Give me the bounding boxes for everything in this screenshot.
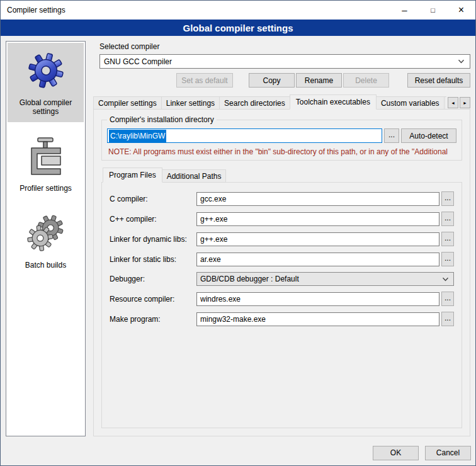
close-icon: × <box>458 6 464 14</box>
close-button[interactable]: × <box>447 1 475 20</box>
selected-compiler-value: GNU GCC Compiler <box>104 57 454 66</box>
titlebar[interactable]: Compiler settings – □ × <box>1 1 475 20</box>
debugger-label: Debugger: <box>110 275 196 283</box>
minimize-icon: – <box>402 7 407 13</box>
install-dir-group: Compiler's installation directory C:\ray… <box>101 120 462 161</box>
install-dir-group-label: Compiler's installation directory <box>107 115 217 124</box>
dynamic-linker-row: Linker for dynamic libs: g++.exe ... <box>110 232 454 246</box>
main-content: Selected compiler GNU GCC Compiler Set a… <box>92 41 470 436</box>
cpp-compiler-browse-button[interactable]: ... <box>441 212 454 226</box>
compiler-actions: Set as default Copy Rename Delete Reset … <box>99 73 470 88</box>
install-dir-value: C:\raylib\MinGW <box>109 130 166 142</box>
maximize-icon: □ <box>431 6 435 14</box>
debugger-select[interactable]: GDB/CDB debugger : Default <box>196 272 454 286</box>
make-program-input[interactable]: mingw32-make.exe <box>196 312 439 326</box>
static-linker-row: Linker for static libs: ar.exe ... <box>110 252 454 266</box>
install-dir-row: C:\raylib\MinGW ... Auto-detect <box>107 128 456 143</box>
copy-button[interactable]: Copy <box>249 73 295 88</box>
static-linker-label: Linker for static libs: <box>110 255 196 264</box>
tab-search-directories[interactable]: Search directories <box>219 96 290 110</box>
static-linker-value: ar.exe <box>200 255 221 264</box>
dynamic-linker-value: g++.exe <box>200 235 227 244</box>
selected-compiler-dropdown[interactable]: GNU GCC Compiler <box>99 54 470 69</box>
dialog-body: Global compiler settings Profiler settin… <box>1 36 475 440</box>
page-title: Global compiler settings <box>183 23 293 33</box>
settings-tabs-clip: Compiler settings Linker settings Search… <box>93 94 446 110</box>
resource-compiler-label: Resource compiler: <box>110 295 196 304</box>
chevron-down-icon <box>458 59 465 64</box>
tab-build-options[interactable]: Buil <box>444 96 446 110</box>
window-title: Compiler settings <box>1 1 390 20</box>
resource-compiler-input[interactable]: windres.exe <box>196 292 439 306</box>
settings-category-list: Global compiler settings Profiler settin… <box>6 41 86 436</box>
install-note: NOTE: All programs must exist either in … <box>108 147 455 156</box>
minimize-button[interactable]: – <box>390 1 419 20</box>
arrow-right-icon: ► <box>463 101 467 105</box>
resource-compiler-row: Resource compiler: windres.exe ... <box>110 292 454 306</box>
chevron-down-icon <box>442 277 449 281</box>
tab-compiler-settings[interactable]: Compiler settings <box>93 96 162 110</box>
make-program-browse-button[interactable]: ... <box>441 312 454 326</box>
dynamic-linker-browse-button[interactable]: ... <box>441 232 454 246</box>
autodetect-button[interactable]: Auto-detect <box>401 128 456 143</box>
sidebar-item-batch-builds[interactable]: Batch builds <box>8 205 84 276</box>
dynamic-linker-input[interactable]: g++.exe <box>196 232 439 246</box>
program-subtabs: Program Files Additional Paths <box>103 168 462 183</box>
gray-gears-icon <box>26 210 65 256</box>
dialog-header: Global compiler settings <box>1 20 475 36</box>
c-compiler-label: C compiler: <box>110 195 196 203</box>
tab-scroll-right-button[interactable]: ► <box>460 97 470 108</box>
set-as-default-button[interactable]: Set as default <box>176 73 233 88</box>
sidebar-item-profiler-settings[interactable]: Profiler settings <box>8 128 84 199</box>
sidebar-item-global-compiler-settings[interactable]: Global compiler settings <box>8 43 84 122</box>
c-compiler-browse-button[interactable]: ... <box>441 191 454 206</box>
selected-compiler-label: Selected compiler <box>99 42 470 51</box>
make-program-label: Make program: <box>110 315 196 324</box>
static-linker-input[interactable]: ar.exe <box>196 253 439 266</box>
tab-custom-variables[interactable]: Custom variables <box>376 96 445 110</box>
reset-defaults-button[interactable]: Reset defaults <box>407 73 470 88</box>
c-compiler-input[interactable]: gcc.exe <box>196 192 439 206</box>
clamp-icon <box>28 134 64 179</box>
sidebar-item-label: Batch builds <box>25 261 66 270</box>
install-dir-input[interactable]: C:\raylib\MinGW <box>107 128 382 143</box>
cpp-compiler-value: g++.exe <box>200 215 227 224</box>
sidebar-item-label: Profiler settings <box>20 184 72 193</box>
maximize-button[interactable]: □ <box>419 1 447 20</box>
rename-button[interactable]: Rename <box>296 73 342 88</box>
tab-additional-paths[interactable]: Additional Paths <box>162 169 227 183</box>
cpp-compiler-row: C++ compiler: g++.exe ... <box>110 212 454 226</box>
blue-gear-icon <box>26 48 65 93</box>
make-program-value: mingw32-make.exe <box>200 315 266 324</box>
toolchain-executables-panel: Compiler's installation directory C:\ray… <box>93 109 470 436</box>
cpp-compiler-input[interactable]: g++.exe <box>196 212 439 226</box>
tab-scroll-controls: ◄ ► <box>448 97 470 110</box>
ok-button[interactable]: OK <box>373 446 419 460</box>
dynamic-linker-label: Linker for dynamic libs: <box>110 235 196 244</box>
debugger-row: Debugger: GDB/CDB debugger : Default <box>110 272 454 286</box>
c-compiler-value: gcc.exe <box>200 195 226 203</box>
program-files-panel: C compiler: gcc.exe ... C++ compiler: g+… <box>101 182 462 428</box>
tab-scroll-left-button[interactable]: ◄ <box>448 97 458 108</box>
resource-compiler-value: windres.exe <box>200 295 241 304</box>
install-dir-browse-button[interactable]: ... <box>384 128 399 143</box>
c-compiler-row: C compiler: gcc.exe ... <box>110 191 454 206</box>
tab-toolchain-executables[interactable]: Toolchain executables <box>290 94 377 110</box>
dialog-footer: OK Cancel <box>1 440 475 465</box>
delete-button[interactable]: Delete <box>343 73 389 88</box>
sidebar-item-label: Global compiler settings <box>9 98 82 116</box>
arrow-left-icon: ◄ <box>451 101 455 105</box>
make-program-row: Make program: mingw32-make.exe ... <box>110 312 454 326</box>
tab-linker-settings[interactable]: Linker settings <box>161 96 220 110</box>
static-linker-browse-button[interactable]: ... <box>441 252 454 266</box>
debugger-value: GDB/CDB debugger : Default <box>200 275 299 283</box>
resource-compiler-browse-button[interactable]: ... <box>441 292 454 306</box>
settings-tabs: Compiler settings Linker settings Search… <box>93 94 470 110</box>
compiler-settings-dialog: Compiler settings – □ × Global compiler … <box>0 0 476 466</box>
cancel-button[interactable]: Cancel <box>425 446 471 460</box>
tab-program-files[interactable]: Program Files <box>103 168 162 183</box>
cpp-compiler-label: C++ compiler: <box>110 215 196 224</box>
